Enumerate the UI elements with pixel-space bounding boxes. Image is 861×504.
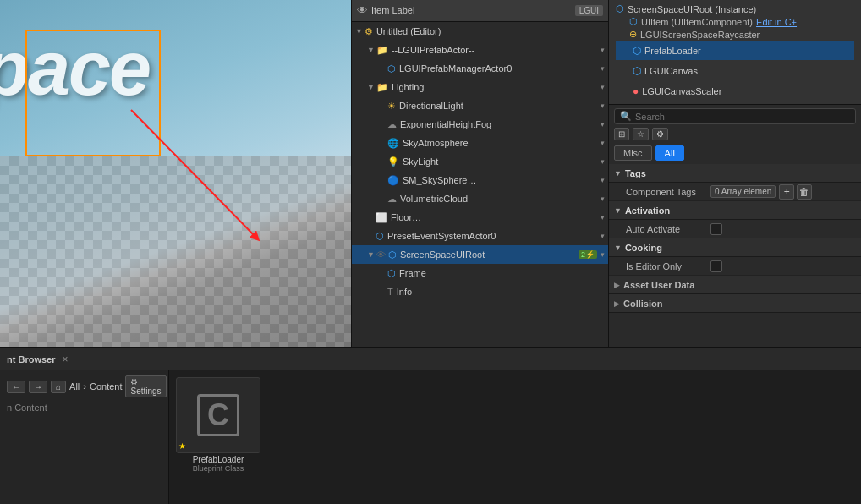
dropdown-icon[interactable]: ▾ (601, 213, 605, 222)
canvas-icon: ⬡ (633, 65, 641, 77)
content-main: C ★ PrefabLoader Blueprint Class (169, 370, 861, 504)
add-array-btn[interactable]: + (779, 184, 794, 200)
close-browser-button[interactable]: × (62, 353, 68, 365)
item-label: LGUIPrefabManagerActor0 (399, 63, 601, 74)
bottom-content: ← → ⌂ All › Content ⚙ Settings n Content… (0, 370, 861, 504)
nav-home-button[interactable]: ⌂ (51, 381, 66, 393)
component-tags-row: Component Tags 0 Array elemen + 🗑 (609, 183, 861, 201)
path-label: n Content (3, 401, 165, 414)
search-actions: ⊞ ☆ ⚙ (609, 128, 861, 144)
nav-back-button[interactable]: ← (7, 381, 25, 393)
dropdown-icon[interactable]: ▾ (601, 139, 605, 147)
content-grid: C ★ PrefabLoader Blueprint Class (169, 370, 861, 504)
component-tags-value: 0 Array elemen + 🗑 (710, 184, 854, 200)
collision-title: Collision (623, 299, 662, 309)
viewport: pace (0, 0, 351, 347)
raycaster-row: ⊕ LGUIScreenSpaceRaycaster (616, 29, 854, 40)
search-input[interactable] (635, 112, 850, 122)
dropdown-icon[interactable]: ▾ (601, 157, 605, 166)
tree-item-frame[interactable]: ⬡Frame (352, 264, 608, 282)
tree-item-volumetric[interactable]: ☁VolumetricCloud▾ (352, 189, 608, 208)
dropdown-icon[interactable]: ▾ (601, 120, 605, 129)
outliner-panel: 👁 Item Label LGUI ▼⚙Untitled (Editor)▼📁-… (351, 0, 609, 347)
tree-item-lighting[interactable]: ▼📁Lighting▾ (352, 78, 608, 96)
lgui-canvas-row[interactable]: ⬡ LGUICanvas (616, 62, 854, 80)
edit-link[interactable]: Edit in C+ (756, 17, 797, 27)
tree-item-directional[interactable]: ☀DirectionalLight▾ (352, 96, 608, 115)
canvas-label: LGUICanvas (644, 66, 698, 76)
expand-arrow-icon[interactable]: ▼ (367, 46, 375, 54)
section-activation[interactable]: ▼ Activation (609, 201, 861, 220)
nav-forward-button[interactable]: → (29, 381, 47, 393)
dropdown-icon[interactable]: ▾ (601, 101, 605, 110)
settings-button[interactable]: ⚙ Settings (125, 375, 166, 397)
tags-title: Tags (625, 168, 646, 178)
section-collision[interactable]: ▶ Collision (609, 294, 861, 313)
grid-icon[interactable]: ⊞ (614, 128, 629, 140)
expand-arrow-icon[interactable]: ▼ (367, 83, 375, 91)
dropdown-icon[interactable]: ▾ (601, 46, 605, 54)
dropdown-icon[interactable]: ▾ (601, 83, 605, 91)
expand-arrow-icon[interactable]: ▼ (367, 250, 375, 259)
tree-item-info[interactable]: TInfo (352, 282, 608, 301)
tree-item-skyatmo[interactable]: 🌐SkyAtmosphere▾ (352, 134, 608, 152)
activation-title: Activation (625, 205, 670, 216)
root-label: ScreenSpaceUIRoot (Instance) (628, 4, 756, 14)
prefab-label: PrefabLoader (644, 46, 701, 56)
right-panel: ⬡ ScreenSpaceUIRoot (Instance) ⬡ UIItem … (609, 0, 861, 347)
component-tags-label: Component Tags (626, 187, 710, 197)
outliner-column-labels: Item Label LGUI (371, 5, 603, 16)
editor-only-value (710, 260, 854, 272)
tile-thumb: C ★ (176, 377, 260, 453)
item-icon: ⬡ (376, 231, 384, 242)
raycaster-icon: ⊕ (629, 29, 637, 40)
asset-tile-prefabloader[interactable]: C ★ PrefabLoader Blueprint Class (176, 377, 260, 497)
auto-activate-checkbox[interactable] (710, 223, 722, 235)
c-icon: C (197, 394, 239, 436)
star-icon[interactable]: ☆ (633, 128, 649, 140)
ui-item-label: UIItem (UIItemComponent) (641, 17, 753, 27)
search-bar[interactable]: 🔍 (614, 108, 856, 124)
del-array-btn[interactable]: 🗑 (797, 184, 812, 200)
section-tags[interactable]: ▼ Tags (609, 164, 861, 183)
auto-activate-label: Auto Activate (626, 224, 710, 234)
filter-tabs: Misc All (609, 144, 861, 162)
item-icon: ☁ (387, 119, 397, 130)
activation-arrow-icon: ▼ (614, 206, 622, 215)
prefab-loader-row[interactable]: ⬡ PrefabLoader (616, 41, 854, 60)
tree-item-untitled[interactable]: ▼⚙Untitled (Editor) (352, 22, 608, 41)
tab-all[interactable]: All (655, 145, 684, 161)
expand-arrow-icon[interactable]: ▼ (355, 27, 363, 36)
scaler-icon: ● (633, 85, 639, 97)
search-icon: 🔍 (620, 111, 632, 122)
asset-name: PrefabLoader (193, 455, 244, 464)
tree-item-lgui-prefab[interactable]: ▼📁--LGUIPrefabActor--▾ (352, 41, 608, 59)
tree-item-presetevent[interactable]: ⬡PresetEventSystemActor0▾ (352, 227, 608, 245)
tree-item-screenspace[interactable]: ▼👁⬡ScreenSpaceUIRoot2⚡▾ (352, 245, 608, 264)
asset-type: Blueprint Class (193, 464, 244, 473)
dropdown-icon[interactable]: ▾ (601, 64, 605, 73)
tree-item-lgui-manager[interactable]: ⬡LGUIPrefabManagerActor0▾ (352, 59, 608, 78)
tree-item-floor[interactable]: ⬜Floor…▾ (352, 208, 608, 227)
canvas-scaler-row[interactable]: ● LGUICanvasScaler (616, 82, 854, 101)
section-asset-user-data[interactable]: ▶ Asset User Data (609, 276, 861, 294)
tree-item-smsphere[interactable]: 🔵SM_SkySphere…▾ (352, 171, 608, 189)
star-badge-icon: ★ (178, 441, 186, 451)
editor-only-checkbox[interactable] (710, 260, 722, 272)
dropdown-icon[interactable]: ▾ (601, 176, 605, 184)
gear-icon[interactable]: ⚙ (652, 128, 668, 140)
content-nav: ← → ⌂ All › Content ⚙ Settings (3, 374, 165, 399)
dropdown-icon[interactable]: ▾ (601, 232, 605, 240)
tab-misc[interactable]: Misc (614, 145, 652, 161)
nav-separator: › (83, 381, 86, 392)
item-icon: T (387, 287, 393, 297)
item-label: DirectionalLight (399, 101, 601, 111)
eye-toggle-icon[interactable]: 👁 (376, 249, 386, 260)
section-cooking[interactable]: ▼ Cooking (609, 238, 861, 257)
dropdown-icon[interactable]: ▾ (601, 250, 605, 259)
tree-item-skylight[interactable]: 💡SkyLight▾ (352, 152, 608, 171)
nav-content-label: Content (90, 381, 123, 392)
dropdown-icon[interactable]: ▾ (601, 194, 605, 203)
bottom-header: nt Browser × (0, 348, 861, 370)
tree-item-expheight[interactable]: ☁ExponentialHeightFog▾ (352, 115, 608, 134)
